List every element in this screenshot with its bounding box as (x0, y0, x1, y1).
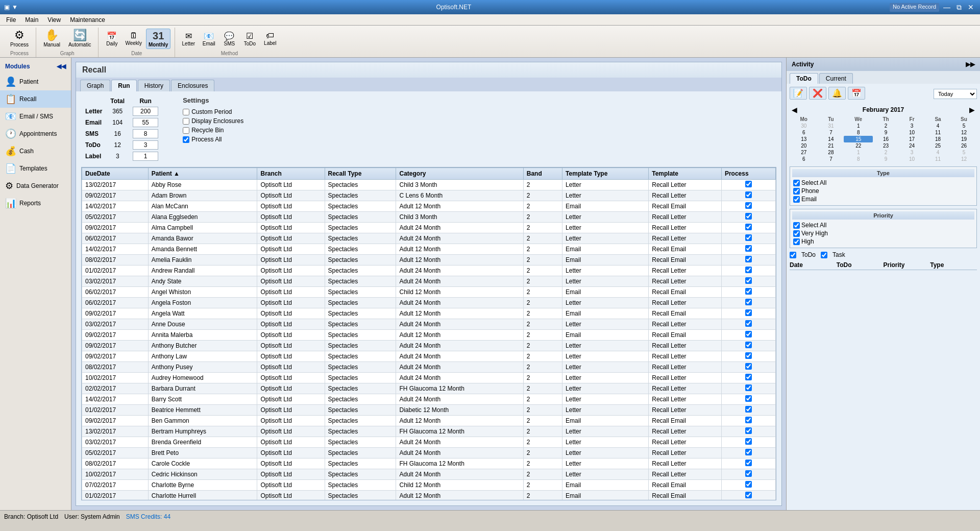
stats-run[interactable] (129, 117, 162, 128)
process-checkbox[interactable] (745, 460, 752, 466)
table-row[interactable]: 14/02/2017 Amanda Bennett Optisoft Ltd S… (82, 244, 776, 255)
table-row[interactable]: 09/02/2017 Adam Brown Optisoft Ltd Spect… (82, 190, 776, 201)
calendar-day[interactable]: 14 (818, 136, 844, 142)
calendar-day[interactable]: 4 (925, 123, 951, 129)
sidebar-item-templates[interactable]: 📄 Templates (0, 160, 71, 177)
table-row[interactable]: 06/02/2017 Amanda Bawor Optisoft Ltd Spe… (82, 233, 776, 244)
letter-button[interactable]: ✉ Letter (179, 30, 198, 47)
calendar-day[interactable]: 3 (899, 149, 925, 156)
minimize-button[interactable]: — (941, 3, 952, 12)
calendar-day[interactable]: 13 (790, 136, 818, 142)
table-row[interactable]: 03/02/2017 Anne Douse Optisoft Ltd Spect… (82, 319, 776, 330)
calendar-day[interactable]: 22 (844, 142, 873, 149)
calendar-day[interactable]: 7 (818, 129, 844, 136)
table-row[interactable]: 09/02/2017 Ben Gammon Optisoft Ltd Spect… (82, 416, 776, 426)
calendar-day[interactable]: 12 (951, 129, 977, 136)
cell-process[interactable] (721, 233, 775, 244)
todo-button[interactable]: ☑ ToDo (240, 30, 259, 47)
calendar-day[interactable]: 26 (951, 142, 977, 149)
tab-history[interactable]: History (138, 80, 170, 91)
calendar-day[interactable]: 25 (925, 142, 951, 149)
sms-button[interactable]: 💬 SMS (220, 30, 238, 47)
process-all-checkbox[interactable] (183, 136, 189, 143)
daily-button[interactable]: 📅 Daily (103, 30, 121, 47)
sidebar-item-email-sms[interactable]: 📧 Email / SMS (0, 108, 71, 125)
calendar-day[interactable]: 1 (844, 149, 873, 156)
reminder-button[interactable]: 🔔 (828, 87, 846, 100)
table-row[interactable]: 08/02/2017 Amelia Fauklin Optisoft Ltd S… (82, 255, 776, 266)
weekly-button[interactable]: 🗓 Weekly (123, 30, 144, 47)
priority-select-all-checkbox[interactable] (793, 222, 800, 229)
process-checkbox[interactable] (745, 342, 752, 348)
process-checkbox[interactable] (745, 481, 752, 488)
cell-process[interactable] (721, 373, 775, 383)
date-select[interactable]: Today This Week This Month (934, 89, 977, 99)
table-row[interactable]: 05/02/2017 Brett Peto Optisoft Ltd Spect… (82, 448, 776, 458)
calendar-day[interactable]: 20 (790, 142, 818, 149)
cell-process[interactable] (721, 491, 775, 501)
stats-run-input[interactable] (133, 140, 158, 150)
stats-run-input[interactable] (133, 107, 158, 116)
process-checkbox[interactable] (745, 449, 752, 455)
cell-process[interactable] (721, 298, 775, 308)
stats-run[interactable] (129, 151, 162, 162)
calendar-day[interactable]: 1 (844, 123, 873, 129)
table-row[interactable]: 02/02/2017 Barbara Durrant Optisoft Ltd … (82, 383, 776, 394)
calendar-day[interactable]: 6 (790, 129, 818, 136)
stats-run-input[interactable] (133, 118, 158, 127)
table-row[interactable]: 13/02/2017 Abby Rose Optisoft Ltd Specta… (82, 180, 776, 190)
cell-process[interactable] (721, 405, 775, 416)
cell-process[interactable] (721, 190, 775, 201)
sidebar-item-recall[interactable]: 📋 Recall (0, 90, 71, 108)
process-checkbox[interactable] (745, 234, 752, 241)
calendar-day[interactable]: 31 (818, 123, 844, 129)
cell-process[interactable] (721, 180, 775, 190)
cell-process[interactable] (721, 319, 775, 330)
table-row[interactable]: 03/02/2017 Brenda Greenfield Optisoft Lt… (82, 437, 776, 448)
calendar-day[interactable]: 28 (818, 149, 844, 156)
tab-todo[interactable]: ToDo (790, 73, 818, 84)
calendar-day[interactable]: 10 (899, 129, 925, 136)
delete-todo-button[interactable]: ❌ (809, 87, 826, 100)
cell-process[interactable] (721, 287, 775, 298)
col-band[interactable]: Band (523, 168, 562, 180)
calendar-day[interactable]: 9 (873, 129, 899, 136)
sidebar-item-patient[interactable]: 👤 Patient (0, 73, 71, 90)
table-row[interactable]: 01/02/2017 Andrew Randall Optisoft Ltd S… (82, 266, 776, 276)
table-row[interactable]: 06/02/2017 Angel Whiston Optisoft Ltd Sp… (82, 287, 776, 298)
col-patient[interactable]: Patient ▲ (148, 168, 257, 180)
stats-run[interactable] (129, 139, 162, 151)
table-row[interactable]: 13/02/2017 Bertram Humphreys Optisoft Lt… (82, 426, 776, 437)
process-checkbox[interactable] (745, 245, 752, 252)
process-checkbox[interactable] (745, 363, 752, 370)
monthly-button[interactable]: 31 Monthly (146, 29, 170, 49)
menu-maintenance[interactable]: Maintenance (66, 15, 109, 25)
cell-process[interactable] (721, 266, 775, 276)
table-row[interactable]: 09/02/2017 Annita Malerba Optisoft Ltd S… (82, 330, 776, 341)
cell-process[interactable] (721, 212, 775, 223)
table-row[interactable]: 09/02/2017 Anthony Law Optisoft Ltd Spec… (82, 351, 776, 362)
email-button[interactable]: 📧 Email (200, 30, 218, 47)
menu-view[interactable]: View (43, 15, 65, 25)
cell-process[interactable] (721, 383, 775, 394)
cell-process[interactable] (721, 255, 775, 266)
process-checkbox[interactable] (745, 277, 752, 284)
col-duedate[interactable]: DueDate (82, 168, 149, 180)
tab-current[interactable]: Current (819, 73, 853, 84)
close-button[interactable]: ✕ (966, 3, 976, 12)
todo-filter-checkbox[interactable] (790, 252, 796, 258)
recycle-bin-checkbox[interactable] (183, 127, 189, 134)
calendar-day[interactable]: 24 (899, 142, 925, 149)
col-process[interactable]: Process (721, 168, 775, 180)
stats-run[interactable] (129, 106, 162, 117)
calendar-day[interactable]: 9 (873, 156, 899, 162)
calendar-day[interactable]: 2 (873, 123, 899, 129)
col-category[interactable]: Category (396, 168, 523, 180)
cell-process[interactable] (721, 244, 775, 255)
calendar-day[interactable]: 4 (925, 149, 951, 156)
table-row[interactable]: 05/02/2017 Alana Egglseden Optisoft Ltd … (82, 212, 776, 223)
activity-expand-icon[interactable]: ▶▶ (966, 61, 975, 68)
menu-main[interactable]: Main (21, 15, 42, 25)
cell-process[interactable] (721, 416, 775, 426)
manual-button[interactable]: ✋ Manual (40, 28, 63, 50)
